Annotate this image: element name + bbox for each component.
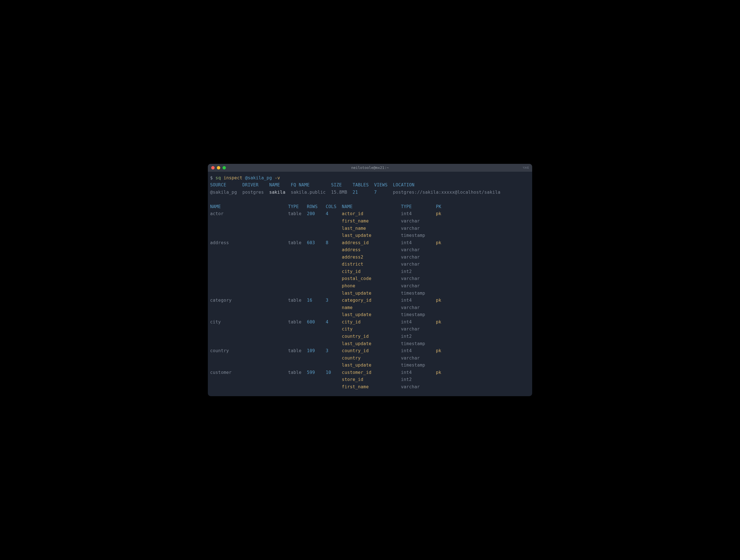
close-icon[interactable] bbox=[211, 166, 215, 170]
cmd-sub: inspect bbox=[223, 175, 243, 180]
table-row: store_id int2 bbox=[210, 376, 530, 383]
cmd-exe: sq bbox=[215, 175, 221, 180]
summary-header: SOURCE DRIVER NAME FQ NAME SIZE TABLES V… bbox=[210, 182, 530, 189]
detail-rows: actor table 200 4 actor_id int4 pk first… bbox=[210, 210, 530, 390]
cmd-flag: -v bbox=[275, 175, 280, 180]
table-row: first_name varchar bbox=[210, 218, 530, 225]
table-row: last_update timestamp bbox=[210, 340, 530, 348]
terminal-window: neilotoole@mx21:~ ⌥⌘4 $ sq inspect @saki… bbox=[208, 164, 532, 396]
table-row: city table 600 4 city_id int4 pk bbox=[210, 318, 530, 326]
table-row: address2 varchar bbox=[210, 254, 530, 261]
cmd-arg: @sakila_pg bbox=[245, 175, 272, 180]
blank-line bbox=[210, 196, 530, 203]
traffic-lights bbox=[211, 166, 226, 170]
detail-header: NAME TYPE ROWS COLS NAME TYPE PK bbox=[210, 203, 530, 211]
table-row: last_name varchar bbox=[210, 225, 530, 232]
minimize-icon[interactable] bbox=[217, 166, 220, 170]
table-row: country table 109 3 country_id int4 pk bbox=[210, 347, 530, 355]
table-row: country varchar bbox=[210, 355, 530, 362]
table-row: phone varchar bbox=[210, 283, 530, 290]
table-row: city_id int2 bbox=[210, 268, 530, 276]
table-row: country_id int2 bbox=[210, 333, 530, 340]
table-row: first_name varchar bbox=[210, 383, 530, 391]
table-row: actor table 200 4 actor_id int4 pk bbox=[210, 210, 530, 218]
summary-values: @sakila_pg postgres sakila sakila.public… bbox=[210, 189, 530, 196]
titlebar: neilotoole@mx21:~ ⌥⌘4 bbox=[208, 164, 532, 172]
table-row: name varchar bbox=[210, 304, 530, 311]
table-row: district varchar bbox=[210, 261, 530, 268]
table-row: category table 16 3 category_id int4 pk bbox=[210, 297, 530, 304]
window-shortcut: ⌥⌘4 bbox=[523, 166, 529, 170]
table-row: last_update timestamp bbox=[210, 362, 530, 369]
window-title: neilotoole@mx21:~ bbox=[351, 166, 389, 170]
prompt: $ bbox=[210, 175, 213, 180]
table-row: customer table 599 10 customer_id int4 p… bbox=[210, 369, 530, 376]
table-row: last_update timestamp bbox=[210, 232, 530, 240]
table-row: last_update timestamp bbox=[210, 290, 530, 297]
table-row: address table 603 8 address_id int4 pk bbox=[210, 240, 530, 247]
table-row: postal_code varchar bbox=[210, 275, 530, 283]
table-row: last_update timestamp bbox=[210, 311, 530, 318]
table-row: city varchar bbox=[210, 326, 530, 333]
terminal-body[interactable]: $ sq inspect @sakila_pg -v SOURCE DRIVER… bbox=[208, 172, 532, 396]
table-row: address varchar bbox=[210, 247, 530, 254]
command-line: $ sq inspect @sakila_pg -v bbox=[210, 175, 530, 182]
zoom-icon[interactable] bbox=[222, 166, 226, 170]
